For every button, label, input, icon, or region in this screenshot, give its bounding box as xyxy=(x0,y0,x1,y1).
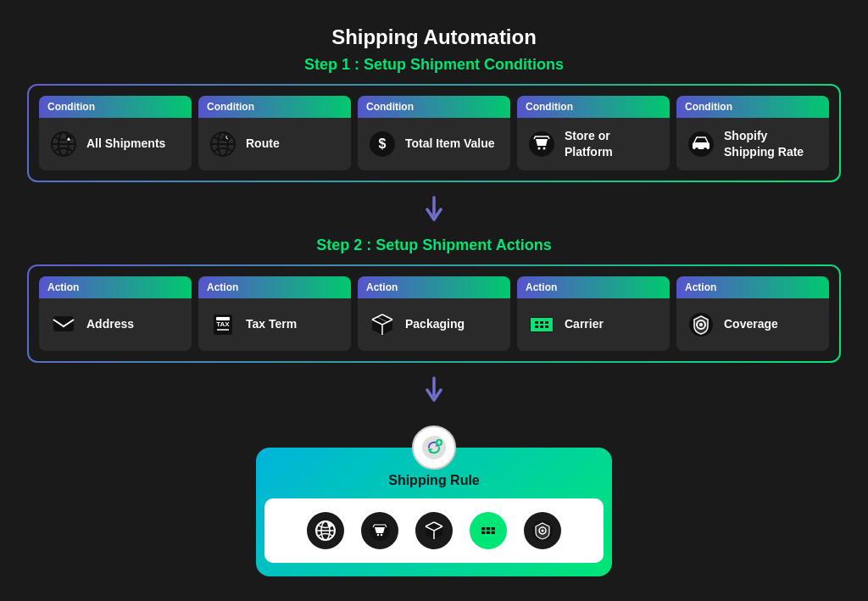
shipping-rule-section: Shipping Rule xyxy=(27,426,841,576)
card-body: Carrier xyxy=(517,298,670,351)
card-body: All Shipments xyxy=(39,118,192,170)
card-body: TAX Tax Term xyxy=(198,298,351,351)
svg-rect-12 xyxy=(693,142,709,149)
total-item-value-icon: $ xyxy=(366,128,398,160)
card-header: Action xyxy=(198,276,351,298)
card-body: Route xyxy=(198,118,351,170)
actions-section: Action Address Action xyxy=(27,264,841,363)
svg-point-37 xyxy=(542,529,544,531)
rule-icon-store xyxy=(361,512,398,549)
card-body: Shopify Shipping Rate xyxy=(676,118,829,170)
card-header: Condition xyxy=(358,96,510,118)
all-shipments-label: All Shipments xyxy=(86,136,165,151)
card-body: Packaging xyxy=(358,298,510,351)
card-packaging[interactable]: Action Packaging xyxy=(358,276,510,351)
card-store-platform[interactable]: Condition Store or Platform xyxy=(517,96,670,170)
shipping-rule-title: Shipping Rule xyxy=(256,473,612,488)
step1-title: Step 1 : Setup Shipment Conditions xyxy=(304,56,564,74)
arrow-down-2 xyxy=(419,375,449,405)
tax-term-label: Tax Term xyxy=(246,316,297,331)
card-total-item-value[interactable]: Condition $ Total Item Value xyxy=(358,96,510,170)
card-body: Address xyxy=(39,298,192,351)
actions-row: Action Address Action xyxy=(39,276,829,351)
store-platform-label: Store or Platform xyxy=(565,128,661,159)
card-body: Coverage xyxy=(676,298,829,351)
card-shopify-rate[interactable]: Condition Shopify Shipping Rate xyxy=(676,96,829,170)
card-header: Condition xyxy=(676,96,829,118)
coverage-icon xyxy=(685,309,717,341)
route-icon xyxy=(207,128,239,160)
page-title: Shipping Automation xyxy=(331,25,537,49)
svg-point-29 xyxy=(328,522,332,526)
card-header: Action xyxy=(39,276,192,298)
card-coverage[interactable]: Action Coverage xyxy=(676,276,829,351)
card-tax-term[interactable]: Action TAX Tax Term xyxy=(198,276,351,351)
svg-point-31 xyxy=(377,533,379,535)
svg-point-32 xyxy=(381,533,382,535)
svg-point-25 xyxy=(422,436,446,459)
coverage-label: Coverage xyxy=(724,316,778,331)
store-platform-icon xyxy=(526,128,558,160)
shopify-rate-icon xyxy=(685,128,717,160)
tax-term-icon: TAX xyxy=(207,309,239,341)
svg-point-24 xyxy=(699,323,703,326)
conditions-row: Condition All Shipments xyxy=(39,96,829,170)
carrier-label: Carrier xyxy=(565,316,604,331)
rule-icon-globe xyxy=(307,512,344,549)
rule-icon-carrier xyxy=(470,512,507,549)
all-shipments-icon xyxy=(47,128,80,160)
card-header: Action xyxy=(358,276,510,298)
card-carrier[interactable]: Action Carrier xyxy=(517,276,670,351)
card-route[interactable]: Condition Route xyxy=(198,96,351,170)
shopify-rate-label: Shopify Shipping Rate xyxy=(724,128,821,159)
card-header: Condition xyxy=(39,96,192,118)
packaging-icon xyxy=(366,309,398,341)
address-label: Address xyxy=(86,316,134,331)
card-body: $ Total Item Value xyxy=(358,118,510,170)
card-header: Action xyxy=(517,276,670,298)
step2-title: Step 2 : Setup Shipment Actions xyxy=(316,237,551,254)
svg-point-13 xyxy=(695,147,698,151)
svg-text:TAX: TAX xyxy=(216,320,230,328)
card-header: Action xyxy=(676,276,829,298)
packaging-label: Packaging xyxy=(405,316,465,331)
card-header: Condition xyxy=(198,96,351,118)
svg-point-14 xyxy=(704,147,707,151)
svg-text:$: $ xyxy=(379,136,387,151)
carrier-icon xyxy=(526,309,558,341)
svg-point-10 xyxy=(543,147,546,149)
svg-point-9 xyxy=(538,147,541,149)
rule-refresh-icon xyxy=(412,426,456,470)
card-address[interactable]: Action Address xyxy=(39,276,192,351)
rule-icon-coverage xyxy=(524,512,561,549)
route-label: Route xyxy=(246,136,280,151)
arrow-down-1 xyxy=(419,194,449,225)
svg-rect-15 xyxy=(53,316,74,331)
rule-icons-row xyxy=(264,498,604,563)
card-body: Store or Platform xyxy=(517,118,670,170)
conditions-section: Condition All Shipments xyxy=(27,84,841,182)
card-all-shipments[interactable]: Condition All Shipments xyxy=(39,96,192,170)
card-header: Condition xyxy=(517,96,670,118)
total-item-value-label: Total Item Value xyxy=(405,136,495,151)
main-container: Shipping Automation Step 1 : Setup Shipm… xyxy=(10,8,858,593)
address-icon xyxy=(47,309,80,341)
rule-icon-packaging xyxy=(415,512,453,549)
